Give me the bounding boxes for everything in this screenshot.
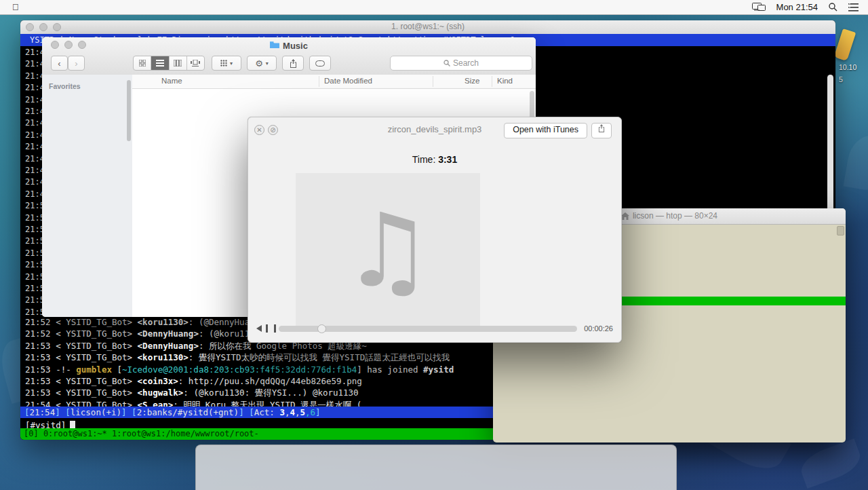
duration-label: Time: 3:31 xyxy=(248,154,621,165)
volume-icon[interactable] xyxy=(256,325,262,332)
progress-knob[interactable] xyxy=(317,324,326,333)
desktop-icon-label[interactable]: 10.10 xyxy=(839,63,856,71)
column-header-date[interactable]: Date Modified xyxy=(324,77,372,85)
spotlight-icon[interactable] xyxy=(829,3,837,12)
list-view-button[interactable] xyxy=(151,56,169,70)
finder-toolbar: Music ‹ › ▾ ⚙▾ Search xyxy=(42,37,536,75)
back-button[interactable]: ‹ xyxy=(51,56,68,71)
column-view-button[interactable] xyxy=(170,56,187,70)
list-header[interactable]: Name Date Modified Size Kind xyxy=(132,75,536,89)
quicklook-window[interactable]: ✕ ⊘ zircon_devils_spirit.mp3 Open with i… xyxy=(248,117,622,343)
home-icon xyxy=(621,212,629,220)
finder-sidebar: Favorites xyxy=(42,75,133,317)
column-header-size[interactable]: Size xyxy=(465,77,479,85)
dock xyxy=(195,445,677,490)
all-my-files-icon xyxy=(50,96,60,106)
menu-clock[interactable]: Mon 21:54 xyxy=(776,2,818,12)
finder-window-title: Music xyxy=(42,41,536,51)
screen-sharing-icon[interactable] xyxy=(752,3,766,12)
search-input[interactable]: Search xyxy=(390,56,532,71)
pause-button[interactable] xyxy=(266,324,276,333)
chat-line: 21:52 < YSITD_TG_Bot> <koru1130>: (@Denn… xyxy=(25,317,279,328)
music-note-icon: ♫ xyxy=(342,200,433,301)
share-button[interactable] xyxy=(282,56,304,71)
share-button[interactable] xyxy=(591,123,612,138)
scrollbar[interactable] xyxy=(837,226,844,235)
chat-line: 21:53 < YSITD_TG_Bot> <hugwalk>: (@koru1… xyxy=(25,388,359,399)
iterm-window-title: 1. root@ws1:~ (ssh) xyxy=(20,22,835,31)
apple-menu-icon[interactable]:  xyxy=(12,2,19,12)
tag-icon xyxy=(315,60,325,67)
coverflow-view-button[interactable] xyxy=(187,56,204,70)
chat-line: 21:53 < YSITD_TG_Bot> <koru1130>: 覺得YSIT… xyxy=(25,352,450,364)
progress-track[interactable] xyxy=(279,326,577,332)
tags-button[interactable] xyxy=(309,56,331,71)
arrange-menu-button[interactable]: ▾ xyxy=(212,56,241,71)
iterm-titlebar[interactable]: 1. root@ws1:~ (ssh) xyxy=(20,20,835,35)
gear-icon: ⚙ xyxy=(255,58,263,69)
forward-button[interactable]: › xyxy=(68,56,85,71)
share-icon xyxy=(598,124,605,132)
sidebar-section-label: Favorites xyxy=(49,82,132,90)
chat-line: 21:53 < YSITD_TG_Bot> <coin3x>: http://p… xyxy=(25,376,362,386)
column-header-kind[interactable]: Kind xyxy=(497,77,513,85)
chat-line: 21:52 < YSITD_TG_Bot> <DennyHuang>: (@ko… xyxy=(25,328,279,340)
album-artwork-placeholder: ♫ xyxy=(296,173,480,328)
desktop-icon-label[interactable]: 5 xyxy=(839,75,843,83)
share-icon xyxy=(290,59,297,68)
sidebar-item-all-my-files[interactable] xyxy=(42,92,132,109)
sidebar-scrollbar[interactable] xyxy=(127,80,131,141)
view-switcher[interactable] xyxy=(133,56,205,71)
icon-view-button[interactable] xyxy=(134,56,151,70)
open-with-itunes-button[interactable]: Open with iTunes xyxy=(504,123,587,138)
action-menu-button[interactable]: ⚙▾ xyxy=(247,56,277,71)
menu-bar:  Mon 21:54 xyxy=(0,0,868,15)
chat-line: 21:53 -!- gumblex [~Icedove@2001:da8:203… xyxy=(25,364,454,375)
folder-icon xyxy=(270,41,279,49)
column-header-name[interactable]: Name xyxy=(161,77,182,85)
elapsed-time: 00:00:26 xyxy=(584,324,613,333)
notification-center-icon[interactable] xyxy=(848,3,859,12)
audio-player: 00:00:26 xyxy=(248,323,621,334)
search-icon xyxy=(443,60,450,67)
